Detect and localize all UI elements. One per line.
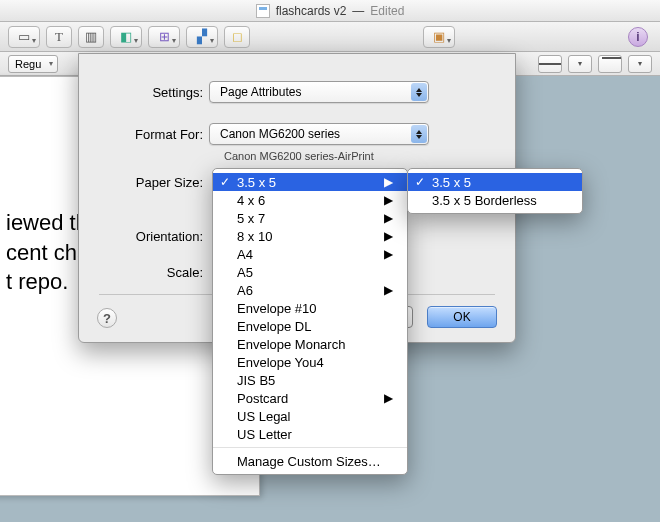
check-icon: ✓ — [415, 175, 425, 189]
menu-item-label: A4 — [237, 247, 253, 262]
help-button[interactable]: ? — [97, 308, 117, 328]
menu-item-label: Postcard — [237, 391, 288, 406]
menu-item-label: 8 x 10 — [237, 229, 272, 244]
paper-size-option[interactable]: 5 x 7▶ — [213, 209, 407, 227]
paper-size-option[interactable]: A4▶ — [213, 245, 407, 263]
paper-size-option[interactable]: Envelope You4 — [213, 353, 407, 371]
scale-label: Scale: — [79, 265, 209, 280]
settings-select[interactable]: Page Attributes — [209, 81, 429, 103]
inspector-button[interactable]: i — [628, 27, 648, 47]
format-for-label: Format For: — [79, 127, 209, 142]
document-status: Edited — [370, 4, 404, 18]
stepper-icon — [411, 83, 427, 101]
share-icon: ▣ — [433, 29, 445, 44]
menu-item-label: Envelope #10 — [237, 301, 317, 316]
textbox-button[interactable]: ▥ — [78, 26, 104, 48]
paper-size-sub-option[interactable]: 3.5 x 5 Borderless — [408, 191, 582, 209]
paper-size-submenu[interactable]: ✓3.5 x 53.5 x 5 Borderless — [407, 168, 583, 214]
sections-icon: T — [55, 29, 63, 45]
shapes-icon: ◧ — [120, 29, 132, 44]
menu-item-label: 3.5 x 5 — [432, 175, 471, 190]
paper-size-option[interactable]: US Letter — [213, 425, 407, 443]
paper-size-sub-option[interactable]: ✓3.5 x 5 — [408, 173, 582, 191]
paper-size-option[interactable]: Envelope DL — [213, 317, 407, 335]
shapes-button[interactable]: ◧ — [110, 26, 142, 48]
note-icon: ◻ — [232, 29, 243, 44]
info-icon: i — [636, 30, 639, 44]
comment-button[interactable]: ◻ — [224, 26, 250, 48]
submenu-arrow-icon: ▶ — [384, 391, 393, 405]
share-button[interactable]: ▣ — [423, 26, 455, 48]
menu-item-label: Envelope Monarch — [237, 337, 345, 352]
check-icon: ✓ — [220, 175, 230, 189]
menu-item-label: A5 — [237, 265, 253, 280]
list-style-more-button[interactable] — [628, 55, 652, 73]
menu-item-label: 3.5 x 5 Borderless — [432, 193, 537, 208]
submenu-arrow-icon: ▶ — [384, 193, 393, 207]
menu-item-label: US Legal — [237, 409, 290, 424]
sections-button[interactable]: T — [46, 26, 72, 48]
list-style-button[interactable] — [598, 55, 622, 73]
settings-value: Page Attributes — [220, 85, 301, 99]
format-for-select[interactable]: Canon MG6200 series — [209, 123, 429, 145]
paper-size-menu[interactable]: ✓3.5 x 5▶4 x 6▶5 x 7▶8 x 10▶A4▶A5A6▶Enve… — [212, 168, 408, 475]
text-icon: ▥ — [85, 29, 97, 44]
help-icon: ? — [103, 311, 111, 326]
paper-size-option[interactable]: Envelope #10 — [213, 299, 407, 317]
orientation-label: Orientation: — [79, 229, 209, 244]
ok-button[interactable]: OK — [427, 306, 497, 328]
ok-label: OK — [453, 310, 470, 324]
menu-item-label: US Letter — [237, 427, 292, 442]
paper-size-option[interactable]: ✓3.5 x 5▶ — [213, 173, 407, 191]
paper-size-option[interactable]: Envelope Monarch — [213, 335, 407, 353]
settings-label: Settings: — [79, 85, 209, 100]
paper-size-option[interactable]: Postcard▶ — [213, 389, 407, 407]
document-title: flashcards v2 — [276, 4, 347, 18]
menu-item-label: 4 x 6 — [237, 193, 265, 208]
format-for-subtext: Canon MG6200 series-AirPrint — [224, 150, 515, 162]
menu-separator — [213, 447, 407, 448]
submenu-arrow-icon: ▶ — [384, 211, 393, 225]
window-titlebar: flashcards v2 — Edited — [0, 0, 660, 22]
menu-item-label: Envelope You4 — [237, 355, 324, 370]
manage-custom-sizes[interactable]: Manage Custom Sizes… — [213, 452, 407, 470]
document-icon — [256, 4, 270, 18]
stepper-icon — [411, 125, 427, 143]
menu-item-label: JIS B5 — [237, 373, 275, 388]
submenu-arrow-icon: ▶ — [384, 229, 393, 243]
paragraph-style-select[interactable]: Regu — [8, 55, 58, 73]
columns-button[interactable] — [568, 55, 592, 73]
chart-icon: ▞ — [197, 29, 207, 44]
view-mode-button[interactable]: ▭ — [8, 26, 40, 48]
paragraph-style-value: Regu — [15, 58, 41, 70]
menu-item-label: Manage Custom Sizes… — [237, 454, 381, 469]
paper-size-option[interactable]: A6▶ — [213, 281, 407, 299]
submenu-arrow-icon: ▶ — [384, 175, 393, 189]
title-separator: — — [352, 4, 364, 18]
paper-size-label: Paper Size: — [79, 175, 209, 190]
menu-item-label: 3.5 x 5 — [237, 175, 276, 190]
chart-button[interactable]: ▞ — [186, 26, 218, 48]
main-toolbar: ▭ T ▥ ◧ ⊞ ▞ ◻ ▣ i — [0, 22, 660, 52]
format-for-value: Canon MG6200 series — [220, 127, 340, 141]
menu-item-label: Envelope DL — [237, 319, 311, 334]
paper-size-option[interactable]: 8 x 10▶ — [213, 227, 407, 245]
table-icon: ⊞ — [159, 29, 170, 44]
paper-size-option[interactable]: 4 x 6▶ — [213, 191, 407, 209]
paper-size-option[interactable]: US Legal — [213, 407, 407, 425]
paper-size-option[interactable]: JIS B5 — [213, 371, 407, 389]
line-spacing-button[interactable] — [538, 55, 562, 73]
table-button[interactable]: ⊞ — [148, 26, 180, 48]
submenu-arrow-icon: ▶ — [384, 247, 393, 261]
menu-item-label: A6 — [237, 283, 253, 298]
paper-size-option[interactable]: A5 — [213, 263, 407, 281]
page-icon: ▭ — [18, 29, 30, 44]
submenu-arrow-icon: ▶ — [384, 283, 393, 297]
menu-item-label: 5 x 7 — [237, 211, 265, 226]
